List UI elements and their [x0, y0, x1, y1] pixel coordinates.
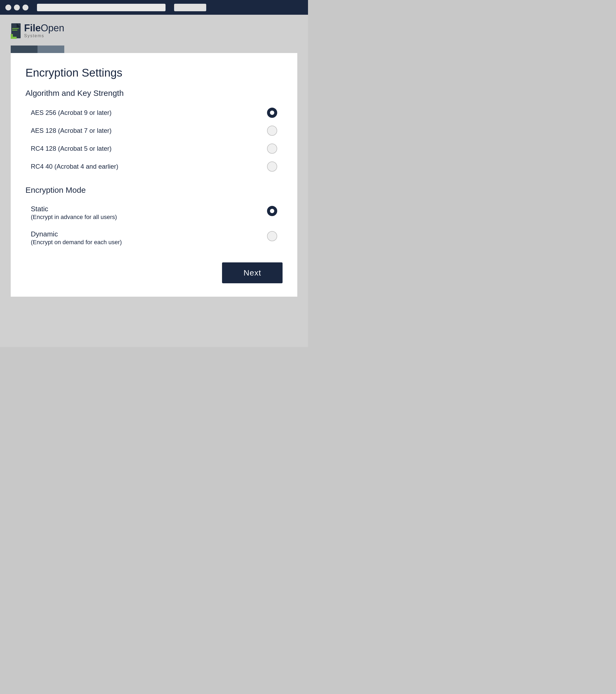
- tab-2[interactable]: [37, 45, 64, 53]
- radio-label-aes256: AES 256 (Acrobat 9 or later): [31, 109, 111, 116]
- mode-static-label-main: Static: [31, 204, 117, 214]
- mode-dynamic-label-sub: (Encrypt on demand for each user): [31, 239, 122, 246]
- radio-option-aes128[interactable]: AES 128 (Acrobat 7 or later): [25, 122, 283, 139]
- tab-1[interactable]: [11, 45, 37, 53]
- title-bar-extra: [174, 4, 206, 11]
- radio-button-dynamic[interactable]: [267, 231, 277, 241]
- svg-rect-3: [12, 30, 17, 31]
- logo-systems-label: Systems: [24, 34, 44, 38]
- svg-rect-2: [12, 28, 19, 29]
- traffic-lights: [5, 4, 29, 11]
- tabs-area: [11, 45, 297, 53]
- radio-option-rc4128[interactable]: RC4 128 (Acrobat 5 or later): [25, 140, 283, 157]
- main-area: FileOpen Systems Encryption Settings Alg…: [0, 15, 308, 347]
- svg-rect-5: [11, 37, 17, 39]
- radio-button-aes128[interactable]: [267, 126, 277, 136]
- radio-label-rc440: RC4 40 (Acrobat 4 and earlier): [31, 163, 119, 170]
- mode-dynamic-label-main: Dynamic: [31, 230, 122, 239]
- dialog-title: Encryption Settings: [25, 67, 283, 79]
- algorithm-section-title: Algorithm and Key Strength: [25, 89, 283, 98]
- mode-dynamic-label-container: Dynamic (Encrypt on demand for each user…: [31, 230, 122, 246]
- logo-brand-name: FileOpen: [24, 23, 64, 33]
- radio-button-static[interactable]: [267, 206, 277, 216]
- url-bar[interactable]: [37, 4, 165, 11]
- traffic-light-maximize[interactable]: [22, 4, 29, 11]
- logo-area: FileOpen Systems: [11, 23, 297, 39]
- mode-static-label-sub: (Encrypt in advance for all users): [31, 214, 117, 221]
- radio-button-rc440[interactable]: [267, 162, 277, 171]
- title-bar: [0, 0, 308, 15]
- radio-button-rc4128[interactable]: [267, 144, 277, 154]
- mode-option-static[interactable]: Static (Encrypt in advance for all users…: [25, 201, 283, 224]
- traffic-light-close[interactable]: [5, 4, 11, 11]
- radio-label-aes128: AES 128 (Acrobat 7 or later): [31, 127, 111, 134]
- radio-button-aes256[interactable]: [267, 108, 277, 118]
- radio-option-rc440[interactable]: RC4 40 (Acrobat 4 and earlier): [25, 158, 283, 175]
- next-button[interactable]: Next: [222, 262, 283, 283]
- button-row: Next: [25, 262, 283, 283]
- mode-static-label-container: Static (Encrypt in advance for all users…: [31, 204, 117, 221]
- algorithm-section: Algorithm and Key Strength AES 256 (Acro…: [25, 89, 283, 175]
- radio-label-rc4128: RC4 128 (Acrobat 5 or later): [31, 145, 111, 152]
- traffic-light-minimize[interactable]: [14, 4, 20, 11]
- mode-section: Encryption Mode Static (Encrypt in advan…: [25, 185, 283, 249]
- mode-option-dynamic[interactable]: Dynamic (Encrypt on demand for each user…: [25, 226, 283, 249]
- dialog-panel: Encryption Settings Algorithm and Key St…: [11, 53, 297, 297]
- logo-text: FileOpen Systems: [24, 23, 64, 38]
- fileopen-logo-icon: [11, 23, 24, 39]
- mode-section-title: Encryption Mode: [25, 185, 283, 195]
- radio-option-aes256[interactable]: AES 256 (Acrobat 9 or later): [25, 105, 283, 121]
